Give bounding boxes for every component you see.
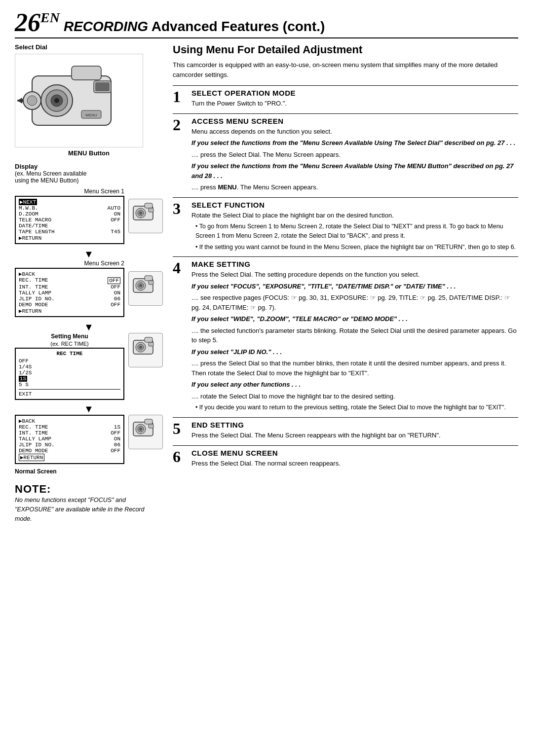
setting-menu-screen: REC TIME OFF 1/4S 1/2S 1S 5 S EXIT bbox=[15, 348, 124, 400]
header-title: RECORDING Advanced Features (cont.) bbox=[64, 19, 325, 35]
select-dial-label: Select Dial bbox=[15, 43, 163, 51]
step-2-intro: Menu access depends on the function you … bbox=[191, 127, 518, 137]
step-4-block4-text: .... rotate the Select Dial to move the … bbox=[191, 392, 518, 401]
ns-return: ▶RETURN bbox=[19, 454, 120, 461]
menu-screen2-row: Menu Screen 2 ▶BACK REC. TIMEOFF INT. TI… bbox=[15, 260, 163, 317]
setting-5s: 5 S bbox=[19, 382, 120, 388]
step-4-body: MAKE SETTING Press the Select Dial. The … bbox=[191, 260, 518, 414]
menu-screen2-block: Menu Screen 2 ▶BACK REC. TIMEOFF INT. TI… bbox=[15, 260, 124, 317]
normal-screen-row: ▶BACK REC. TIME1S INT. TIMEOFF TALLY LAM… bbox=[15, 415, 163, 464]
step-2: 2 ACCESS MENU SCREEN Menu access depends… bbox=[173, 113, 518, 197]
ms2-row-jlip: JLIP ID NO.06 bbox=[19, 296, 120, 302]
svg-point-19 bbox=[139, 212, 142, 215]
page: 26EN RECORDING Advanced Features (cont.)… bbox=[0, 0, 533, 756]
step-4-text: Press the Select Dial. The setting proce… bbox=[191, 270, 518, 412]
normal-screen-block: ▶BACK REC. TIME1S INT. TIMEOFF TALLY LAM… bbox=[15, 415, 124, 464]
step-4-block2-text: .... the selected function's parameter s… bbox=[191, 326, 518, 345]
arrow-down-3: ▼ bbox=[15, 404, 163, 414]
svg-point-25 bbox=[139, 284, 142, 287]
normal-screen-label: Normal Screen bbox=[15, 468, 163, 475]
camcorder-illustration: MENU bbox=[15, 54, 143, 147]
setting-menu-row: Setting Menu (ex. REC TIME) REC TIME OFF… bbox=[15, 333, 163, 400]
svg-point-37 bbox=[139, 428, 142, 431]
step-2-num: 2 bbox=[173, 117, 188, 133]
step-6-text: Press the Select Dial. The normal screen… bbox=[191, 459, 518, 468]
section-intro: This camcorder is equipped with an easy-… bbox=[173, 60, 518, 79]
step-3: 3 SELECT FUNCTION Rotate the Select Dial… bbox=[173, 197, 518, 257]
step-3-heading: SELECT FUNCTION bbox=[191, 201, 518, 209]
page-header: 26EN RECORDING Advanced Features (cont.) bbox=[15, 10, 518, 38]
main-content: Select Dial bbox=[15, 43, 518, 746]
menu-button-label: MENU Button bbox=[15, 149, 163, 157]
ns-tally: TALLY LAMPON bbox=[19, 436, 120, 442]
step-4-block3-text: .... press the Select Dial so that the n… bbox=[191, 359, 518, 378]
normal-screen: ▶BACK REC. TIME1S INT. TIMEOFF TALLY LAM… bbox=[15, 415, 124, 464]
menu-screen1-block: Menu Screen 1 ▶NEXT M.W.B.AUTO D.ZOOMON … bbox=[15, 188, 124, 244]
step-2-heading: ACCESS MENU SCREEN bbox=[191, 117, 518, 125]
step-4-intro: Press the Select Dial. The setting proce… bbox=[191, 270, 518, 280]
step-4-block2-ibold: If you select "WIDE", "D.ZOOM", "TELE MA… bbox=[191, 314, 518, 324]
step-3-num: 3 bbox=[173, 201, 188, 216]
step-1-paragraph: Turn the Power Switch to "PRO.". bbox=[191, 99, 518, 108]
step-3-text: Rotate the Select Dial to place the high… bbox=[191, 211, 518, 252]
menu-screen1-label: Menu Screen 1 bbox=[15, 188, 124, 195]
step-2-block1-text: .... press the Select Dial. The Menu Scr… bbox=[191, 150, 518, 160]
ns-back: ▶BACK bbox=[19, 418, 120, 424]
ns-jlip: JLIP ID NO.06 bbox=[19, 442, 120, 448]
step-6-num: 6 bbox=[173, 449, 188, 465]
step-3-bullet-1: To go from Menu Screen 1 to Menu Screen … bbox=[195, 222, 518, 241]
arrow-down-1: ▼ bbox=[15, 249, 163, 259]
camcorder-small-1 bbox=[128, 199, 163, 233]
setting-title: REC TIME bbox=[19, 351, 120, 357]
step-4-block1-text: .... see respective pages (FOCUS: ☞ pg. … bbox=[191, 293, 518, 312]
ms2-row-tally: TALLY LAMPON bbox=[19, 290, 120, 296]
step-2-text: Menu access depends on the function you … bbox=[191, 127, 518, 192]
step-4-num: 4 bbox=[173, 260, 188, 276]
setting-exit: EXIT bbox=[19, 391, 120, 397]
ms2-row-demo: DEMO MODEOFF bbox=[19, 302, 120, 308]
step-6-paragraph: Press the Select Dial. The normal screen… bbox=[191, 459, 518, 468]
ms2-row-int: INT. TIMEOFF bbox=[19, 284, 120, 290]
svg-rect-39 bbox=[149, 424, 153, 428]
step-2-block2-ibold: If you select the functions from the "Me… bbox=[191, 161, 518, 180]
note-heading: NOTE: bbox=[15, 483, 163, 496]
setting-1/2s: 1/2S bbox=[19, 370, 120, 376]
step-5-body: END SETTING Press the Select Dial. The M… bbox=[191, 421, 518, 442]
camcorder-svg: MENU bbox=[17, 56, 141, 145]
svg-rect-26 bbox=[145, 276, 152, 281]
step-1-heading: SELECT OPERATION MODE bbox=[191, 89, 518, 97]
step-4-heading: MAKE SETTING bbox=[191, 260, 518, 268]
step-4: 4 MAKE SETTING Press the Select Dial. Th… bbox=[173, 256, 518, 417]
arrow-down-2: ▼ bbox=[15, 322, 163, 332]
svg-point-31 bbox=[139, 346, 142, 349]
svg-rect-21 bbox=[149, 208, 153, 212]
svg-rect-20 bbox=[145, 203, 152, 208]
ms1-row-macro: TELE MACROOFF bbox=[19, 217, 120, 223]
camcorder-small-3 bbox=[128, 333, 163, 367]
setting-menu-sublabel: (ex. REC TIME) bbox=[15, 341, 124, 347]
step-6: 6 CLOSE MENU SCREEN Press the Select Dia… bbox=[173, 445, 518, 473]
ms1-row-mwb: M.W.B.AUTO bbox=[19, 205, 120, 211]
ms1-return: ▶RETURN bbox=[19, 235, 120, 241]
ms2-return: ▶RETURN bbox=[19, 308, 120, 314]
note-text: No menu functions except "FOCUS" and "EX… bbox=[15, 496, 163, 523]
ns-rec: REC. TIME1S bbox=[19, 424, 120, 430]
ms1-row-tape: TAPE LENGTHT45 bbox=[19, 229, 120, 235]
right-column: Using Menu For Detailed Adjustment This … bbox=[173, 43, 518, 746]
svg-rect-5 bbox=[72, 66, 101, 80]
setting-off: OFF bbox=[19, 358, 120, 364]
setting-menu-block: Setting Menu (ex. REC TIME) REC TIME OFF… bbox=[15, 333, 124, 400]
setting-menu-label: Setting Menu bbox=[15, 333, 124, 340]
setting-1/4s: 1/4S bbox=[19, 364, 120, 370]
svg-point-11 bbox=[27, 96, 37, 106]
ms1-row-date: DATE/TIME bbox=[19, 223, 120, 229]
section-title: Using Menu For Detailed Adjustment bbox=[173, 43, 518, 56]
svg-point-4 bbox=[54, 98, 59, 103]
ns-demo: DEMO MODEOFF bbox=[19, 448, 120, 454]
step-3-body: SELECT FUNCTION Rotate the Select Dial t… bbox=[191, 201, 518, 254]
camcorder-small-2 bbox=[128, 271, 163, 306]
step-5-heading: END SETTING bbox=[191, 421, 518, 429]
step-4-bullets: If you decide you want to return to the … bbox=[191, 403, 518, 412]
page-suffix: EN bbox=[40, 10, 60, 25]
display-label: Display bbox=[15, 163, 163, 170]
